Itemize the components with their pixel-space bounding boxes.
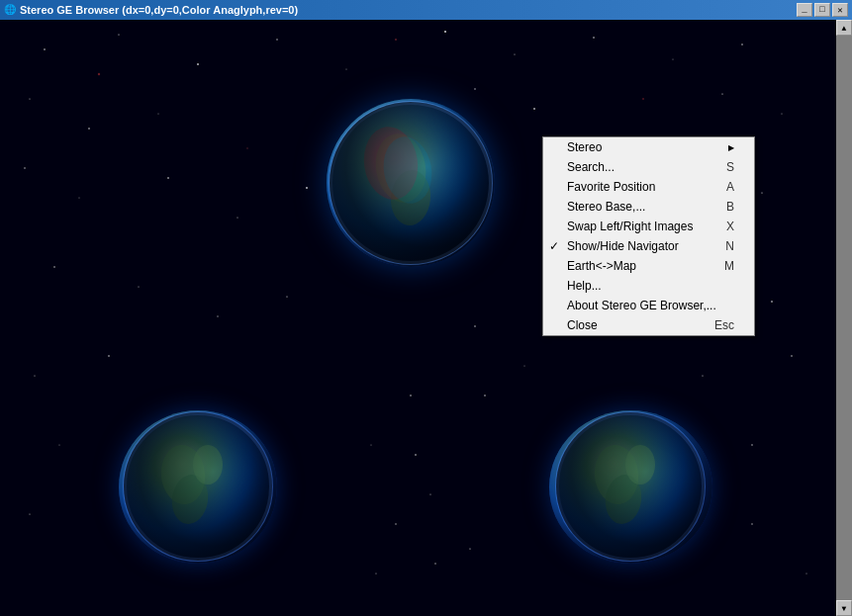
menu-search-shortcut: S <box>726 160 734 174</box>
menu-swap-label: Swap Left/Right Images <box>567 220 693 233</box>
svg-point-6 <box>444 31 446 33</box>
menu-stereo[interactable]: Stereo <box>543 137 754 157</box>
svg-point-28 <box>217 315 218 316</box>
menu-search[interactable]: Search...S <box>543 157 754 177</box>
svg-point-47 <box>376 573 377 574</box>
svg-point-50 <box>751 523 753 525</box>
svg-point-18 <box>24 167 25 168</box>
maximize-button[interactable]: □ <box>814 3 830 17</box>
svg-point-14 <box>474 88 475 89</box>
svg-point-5 <box>346 69 347 70</box>
menu-earth-map-label: Earth<->Map <box>567 259 636 273</box>
svg-point-19 <box>79 198 80 199</box>
svg-point-33 <box>34 375 35 376</box>
svg-point-37 <box>702 375 703 376</box>
app-icon: 🌐 Stereo GE Browser (dx=0,dy=0,Color Ana… <box>4 4 298 16</box>
svg-point-12 <box>88 128 90 130</box>
menu-help-label: Help... <box>567 279 602 293</box>
menu-search-label: Search... <box>567 160 615 174</box>
menu-swap-shortcut: X <box>726 220 734 233</box>
svg-point-54 <box>642 98 644 100</box>
svg-point-34 <box>108 355 110 357</box>
menu-earth-map[interactable]: Earth<->MapM <box>543 256 754 276</box>
main-content: StereoSearch...SFavorite PositionAStereo… <box>0 20 852 616</box>
svg-point-17 <box>782 114 783 115</box>
svg-point-16 <box>721 93 722 94</box>
menu-swap[interactable]: Swap Left/Right ImagesX <box>543 217 754 236</box>
svg-point-62 <box>330 102 492 264</box>
svg-point-25 <box>761 192 762 193</box>
svg-point-9 <box>673 59 674 60</box>
scroll-up-button[interactable]: ▲ <box>836 20 852 36</box>
svg-point-2 <box>118 34 119 35</box>
menu-stereo-base-label: Stereo Base,... <box>567 200 645 214</box>
menu-stereo-base-shortcut: B <box>726 200 734 214</box>
svg-point-13 <box>158 114 159 115</box>
svg-point-36 <box>524 366 525 367</box>
menu-navigator-shortcut: N <box>725 239 734 253</box>
svg-point-74 <box>556 412 705 561</box>
close-button[interactable]: ✕ <box>832 3 848 17</box>
svg-point-51 <box>806 573 807 574</box>
svg-point-55 <box>395 39 397 41</box>
svg-point-30 <box>474 325 476 327</box>
menu-stereo-label: Stereo <box>567 140 602 154</box>
svg-point-68 <box>124 412 272 561</box>
svg-point-46 <box>395 523 397 525</box>
svg-point-29 <box>286 296 287 297</box>
svg-point-32 <box>771 301 773 303</box>
svg-point-4 <box>276 39 277 40</box>
svg-point-7 <box>514 53 515 54</box>
svg-point-48 <box>434 563 435 564</box>
svg-point-52 <box>98 73 100 75</box>
svg-point-11 <box>29 98 30 99</box>
svg-point-43 <box>371 445 372 446</box>
svg-point-27 <box>139 287 140 288</box>
minimize-button[interactable]: _ <box>797 3 812 17</box>
svg-point-40 <box>415 454 417 456</box>
svg-point-3 <box>197 63 199 65</box>
context-menu: StereoSearch...SFavorite PositionAStereo… <box>542 136 755 336</box>
svg-point-8 <box>593 37 595 39</box>
menu-stereo-base[interactable]: Stereo Base,...B <box>543 197 754 217</box>
menu-close-label: Close <box>567 318 598 332</box>
svg-point-39 <box>59 445 60 446</box>
svg-point-20 <box>167 177 169 179</box>
svg-point-26 <box>53 266 55 268</box>
svg-point-44 <box>751 444 752 445</box>
menu-close[interactable]: CloseEsc <box>543 315 754 335</box>
globe-bottom-left <box>119 410 277 564</box>
svg-point-10 <box>741 44 742 44</box>
svg-point-53 <box>246 147 248 149</box>
globe-top <box>327 99 495 267</box>
menu-help[interactable]: Help... <box>543 276 754 296</box>
menu-about[interactable]: About Stereo GE Browser,... <box>543 296 754 315</box>
menu-navigator-label: Show/Hide Navigator <box>567 239 679 253</box>
scrollbar: ▲ ▼ <box>836 20 852 616</box>
menu-about-label: About Stereo GE Browser,... <box>567 299 716 312</box>
svg-point-45 <box>29 513 30 514</box>
svg-point-38 <box>791 355 793 357</box>
menu-earth-map-shortcut: M <box>724 259 734 273</box>
svg-point-49 <box>469 548 470 549</box>
svg-point-15 <box>533 108 535 110</box>
svg-point-41 <box>429 493 430 494</box>
title-bar-text: Stereo GE Browser (dx=0,dy=0,Color Anagl… <box>20 4 298 16</box>
menu-favorite-label: Favorite Position <box>567 180 655 194</box>
svg-point-22 <box>306 187 308 189</box>
window-controls: _ □ ✕ <box>797 3 848 17</box>
menu-close-shortcut: Esc <box>714 318 734 332</box>
scroll-down-button[interactable]: ▼ <box>836 600 852 616</box>
menu-navigator[interactable]: Show/Hide NavigatorN <box>543 236 754 256</box>
svg-point-42 <box>410 395 411 396</box>
globe-bottom-right <box>549 410 712 564</box>
title-bar: 🌐 Stereo GE Browser (dx=0,dy=0,Color Ana… <box>0 0 852 20</box>
svg-point-1 <box>44 48 46 50</box>
menu-favorite-shortcut: A <box>726 180 734 194</box>
menu-favorite[interactable]: Favorite PositionA <box>543 177 754 197</box>
svg-point-35 <box>484 395 485 396</box>
svg-point-21 <box>237 217 237 218</box>
scroll-track[interactable] <box>836 36 852 600</box>
